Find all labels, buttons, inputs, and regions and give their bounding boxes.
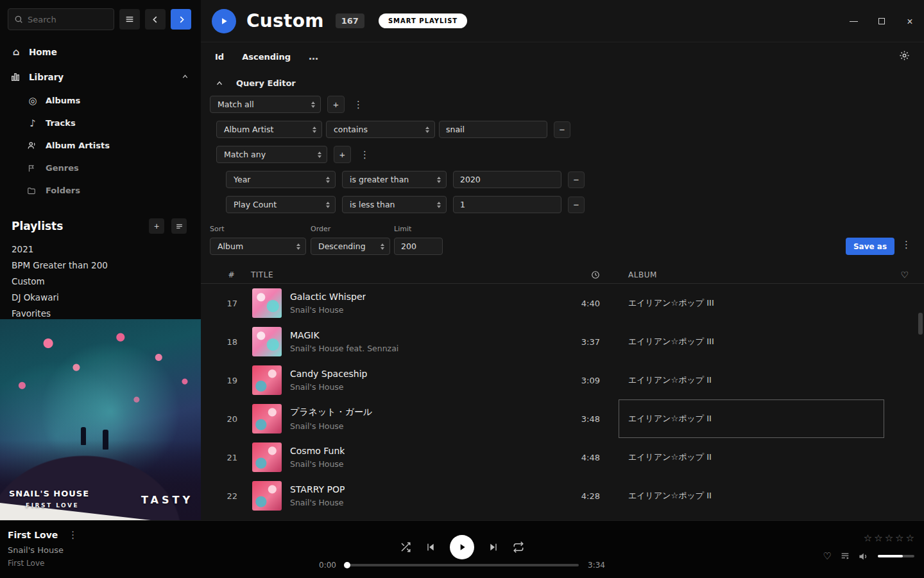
table-row[interactable]: 20 プラネット・ガール Snail's House 3:48 エイリアン☆ポッ… [201, 399, 924, 438]
sidebar-item-albums[interactable]: ◎ Albums [0, 89, 201, 112]
track-artist[interactable]: Snail's House feat. Sennzai [290, 344, 398, 353]
sidebar-item-library[interactable]: Library [0, 64, 201, 89]
playlist-list-button[interactable] [171, 218, 187, 234]
star-icon[interactable]: ☆ [864, 532, 872, 544]
track-album[interactable]: エイリアン☆ポップ III [600, 284, 886, 322]
collapse-query-editor-button[interactable] [215, 79, 224, 88]
table-row[interactable]: 21 Cosmo Funk Snail's House 4:48 エイリアン☆ポ… [201, 438, 924, 477]
menu-button[interactable] [119, 9, 140, 30]
group-rule-operator-select[interactable]: is less than [342, 196, 447, 213]
repeat-button[interactable] [513, 541, 524, 553]
settings-gear-icon[interactable] [899, 50, 910, 61]
rule-value-input[interactable] [439, 121, 547, 138]
queue-icon[interactable] [840, 551, 850, 561]
more-options-icon[interactable]: … [309, 51, 319, 62]
track-album-focused-cell[interactable]: エイリアン☆ポップ II [600, 399, 886, 438]
add-playlist-button[interactable]: + [149, 218, 164, 234]
column-index[interactable]: # [201, 270, 244, 279]
play-pause-button[interactable] [450, 535, 474, 559]
star-icon[interactable]: ☆ [874, 532, 882, 544]
chevron-up-icon[interactable] [181, 73, 189, 81]
volume-slider[interactable] [878, 555, 914, 557]
order-select[interactable]: Descending [311, 238, 390, 255]
favorite-column-heart-icon[interactable]: ♡ [900, 270, 909, 280]
track-artist[interactable]: Snail's House [290, 305, 366, 315]
search-input[interactable] [28, 15, 108, 24]
playlist-item[interactable]: Custom [0, 274, 201, 290]
now-playing-title[interactable]: First Love [8, 530, 58, 540]
star-icon[interactable]: ☆ [906, 532, 914, 544]
now-playing-artwork[interactable]: SNAIL'S HOUSE FIRST LOVE TASTY [0, 319, 201, 520]
track-artist[interactable]: Snail's House [290, 498, 345, 507]
group-match-type-select[interactable]: Match any [216, 146, 327, 163]
now-playing-artist[interactable]: Snail's House [8, 545, 80, 555]
scrollbar-thumb[interactable] [918, 313, 923, 335]
playlist-item[interactable]: 2021 [0, 241, 201, 258]
group-menu-icon[interactable]: ⋮ [357, 149, 372, 161]
group-rule-value-input[interactable] [453, 171, 561, 188]
column-album[interactable]: ALBUM [600, 270, 886, 279]
track-album[interactable]: エイリアン☆ポップ II [600, 438, 886, 477]
rule-field-select[interactable]: Album Artist [216, 121, 322, 138]
rule-operator-select[interactable]: contains [326, 121, 435, 138]
remove-group-rule-button[interactable]: − [568, 171, 585, 188]
group-rule-value-input[interactable] [453, 196, 561, 213]
add-group-rule-button[interactable]: + [334, 146, 351, 163]
sort-select[interactable]: Album [210, 238, 306, 255]
favorite-heart-icon[interactable]: ♡ [823, 550, 832, 562]
nav-forward-button[interactable] [171, 9, 191, 30]
playlist-item[interactable]: DJ Okawari [0, 290, 201, 306]
previous-track-button[interactable] [425, 542, 436, 552]
seek-knob[interactable] [344, 562, 350, 568]
sidebar-item-genres[interactable]: Genres [0, 157, 201, 179]
remove-rule-button[interactable]: − [554, 121, 570, 138]
close-button[interactable]: × [905, 16, 915, 26]
track-album[interactable]: エイリアン☆ポップ III [600, 322, 886, 361]
seek-bar[interactable] [345, 564, 579, 566]
track-title[interactable]: MAGIK [290, 330, 398, 340]
sort-direction-control[interactable]: Ascending [242, 52, 291, 62]
group-rule-field-select[interactable]: Year [226, 171, 336, 188]
search-box[interactable] [8, 8, 114, 30]
track-title[interactable]: Candy Spaceship [290, 369, 367, 379]
nav-back-button[interactable] [145, 9, 166, 30]
track-artist[interactable]: Snail's House [290, 421, 372, 431]
sidebar-item-album-artists[interactable]: Album Artists [0, 134, 201, 157]
table-row[interactable]: 22 STARRY POP Snail's House 4:28 エイリアン☆ポ… [201, 477, 924, 515]
add-rule-button[interactable]: + [327, 96, 345, 113]
sidebar-item-folders[interactable]: Folders [0, 179, 201, 202]
shuffle-button[interactable] [400, 541, 411, 553]
play-playlist-button[interactable] [212, 9, 236, 33]
playlist-item[interactable]: BPM Greater than 200 [0, 258, 201, 274]
minimize-button[interactable] [848, 16, 859, 26]
sidebar-item-tracks[interactable]: ♪ Tracks [0, 112, 201, 134]
track-title[interactable]: STARRY POP [290, 484, 345, 495]
save-as-button[interactable]: Save as [846, 238, 894, 255]
sort-field-control[interactable]: Id [215, 52, 224, 62]
table-row[interactable]: 19 Candy Spaceship Snail's House 3:09 エイ… [201, 361, 924, 399]
track-album[interactable]: エイリアン☆ポップ II [600, 361, 886, 399]
next-track-button[interactable] [488, 542, 499, 552]
column-title[interactable]: TITLE [244, 270, 536, 279]
star-icon[interactable]: ☆ [895, 532, 903, 544]
table-row[interactable]: 18 MAGIK Snail's House feat. Sennzai 3:3… [201, 322, 924, 361]
table-row[interactable]: 17 Galactic Whisper Snail's House 4:40 エ… [201, 284, 924, 322]
now-playing-menu-icon[interactable]: ⋮ [65, 529, 80, 541]
group-rule-operator-select[interactable]: is greater than [342, 171, 447, 188]
save-menu-icon[interactable]: ⋮ [899, 239, 914, 250]
track-title[interactable]: Cosmo Funk [290, 446, 345, 456]
volume-icon[interactable] [859, 551, 869, 562]
remove-group-rule-button[interactable]: − [568, 197, 585, 213]
track-title[interactable]: Galactic Whisper [290, 292, 366, 302]
track-album[interactable]: エイリアン☆ポップ II [600, 477, 886, 515]
maximize-button[interactable] [877, 16, 887, 26]
match-type-select[interactable]: Match all [210, 96, 321, 113]
limit-input[interactable] [394, 238, 443, 255]
track-artist[interactable]: Snail's House [290, 459, 345, 469]
star-icon[interactable]: ☆ [885, 532, 893, 544]
track-artist[interactable]: Snail's House [290, 382, 367, 392]
sidebar-item-home[interactable]: ⌂ Home [0, 39, 201, 64]
group-rule-field-select[interactable]: Play Count [226, 196, 336, 213]
track-title[interactable]: プラネット・ガール [290, 407, 372, 418]
rule-menu-icon[interactable]: ⋮ [351, 99, 366, 110]
